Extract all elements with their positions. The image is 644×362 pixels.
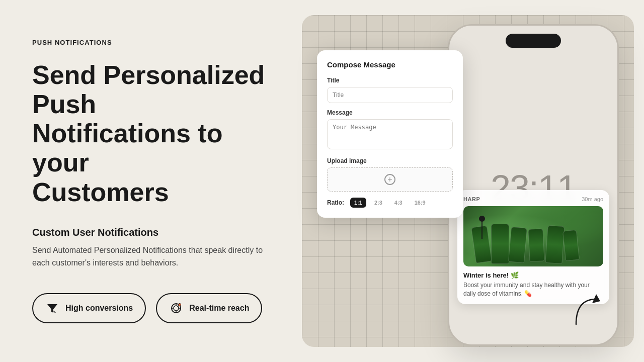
ratio-1-1-button[interactable]: 1:1: [350, 198, 366, 208]
feature-desc: Send Automated Personalized Notification…: [32, 244, 270, 269]
compose-message-card: Compose Message Title Message Upload ima…: [317, 50, 463, 218]
upload-image-label: Upload image: [327, 157, 453, 164]
title-field-label: Title: [327, 77, 453, 84]
badges-row: High conversions Real-time reach: [32, 293, 270, 323]
ratio-label: Ratio:: [327, 199, 344, 206]
real-time-reach-label: Real-time reach: [189, 304, 249, 313]
upload-image-box[interactable]: +: [327, 167, 453, 192]
right-panel: 23:11 Friday, 8 September HARP 30m ago W…: [302, 0, 644, 362]
plus-circle-icon: +: [384, 174, 395, 185]
compose-card-title: Compose Message: [327, 60, 453, 69]
svg-marker-5: [592, 294, 600, 303]
left-panel: PUSH NOTIFICATIONS Send Personalized Pus…: [0, 0, 302, 362]
section-tag: PUSH NOTIFICATIONS: [32, 39, 270, 46]
headline: Send Personalized Push Notifications to …: [32, 60, 270, 207]
notification-time: 30m ago: [582, 196, 603, 202]
ratio-4-3-button[interactable]: 4:3: [390, 198, 407, 208]
ratio-row: Ratio: 1:1 2:3 4:3 16:9: [327, 198, 453, 208]
message-textarea[interactable]: [327, 119, 453, 149]
title-input[interactable]: [327, 87, 453, 103]
funnel-icon: [45, 301, 59, 315]
phone-notch: [506, 34, 561, 48]
high-conversions-label: High conversions: [65, 304, 133, 313]
real-time-reach-badge[interactable]: Real-time reach: [156, 293, 262, 323]
ratio-2-3-button[interactable]: 2:3: [370, 198, 386, 208]
connector-line: [462, 199, 502, 239]
target-icon: [169, 301, 183, 315]
notification-title: Winter is here! 🌿: [463, 272, 603, 279]
arrow-icon: [571, 289, 601, 329]
feature-title: Custom User Notifications: [32, 227, 270, 238]
ratio-16-9-button[interactable]: 16:9: [411, 198, 430, 208]
message-field-label: Message: [327, 109, 453, 116]
svg-point-2: [179, 304, 181, 306]
high-conversions-badge[interactable]: High conversions: [32, 293, 146, 323]
